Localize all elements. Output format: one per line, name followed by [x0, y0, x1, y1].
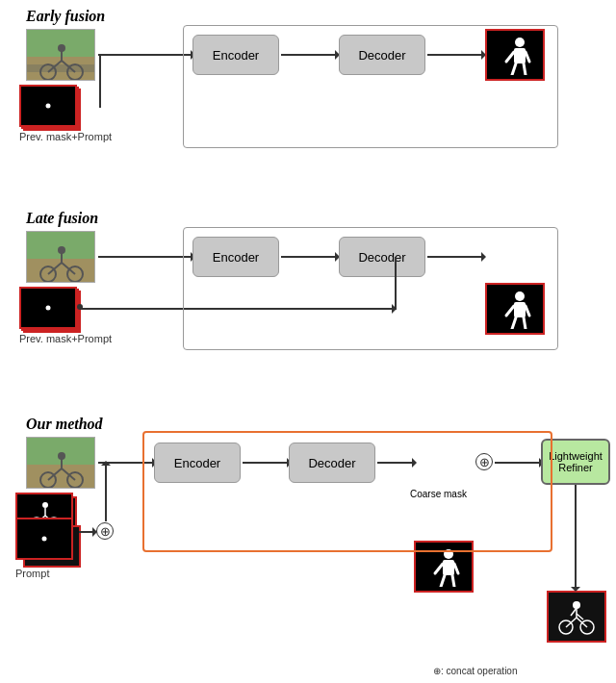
arrow-dec-coarse-our [377, 462, 416, 464]
late-fusion-title: Late fusion [26, 210, 98, 227]
svg-rect-26 [514, 302, 526, 317]
svg-point-10 [515, 38, 525, 47]
arrow-plus-refiner-our [495, 462, 543, 464]
plus-circle-concat-our: ⊕ [96, 522, 114, 540]
decoder-box-early: Decoder [339, 35, 425, 75]
arrow-dec-result-late [427, 256, 485, 258]
bike-image-our [26, 437, 95, 489]
prev-mask-label-early: Prev. mask+Prompt [19, 131, 112, 142]
fine-result-our [547, 591, 606, 643]
arrow-refiner-result-our [575, 485, 577, 591]
arrow-bike-encoder-early [98, 54, 194, 56]
svg-rect-2 [27, 64, 95, 72]
encoder-box-our: Encoder [154, 443, 241, 483]
arrow-prev-plus-our [79, 531, 96, 533]
svg-point-40 [444, 549, 453, 559]
dot-late [77, 304, 83, 310]
our-method-title: Our method [26, 416, 103, 433]
arrow-enc-dec-late [281, 256, 339, 258]
prev-mask-label-late: Prev. mask+Prompt [19, 333, 112, 344]
svg-line-45 [452, 575, 454, 587]
svg-point-23 [58, 246, 65, 254]
decoder-box-late: Decoder [339, 237, 425, 277]
encoder-box-late: Encoder [192, 237, 279, 277]
bike-image-late [26, 231, 95, 283]
svg-line-30 [524, 317, 526, 329]
svg-rect-41 [443, 560, 454, 575]
arrow-dec-result-early [427, 54, 485, 56]
svg-point-52 [42, 502, 48, 508]
svg-rect-11 [514, 48, 526, 63]
arrow-mask-up-early [99, 55, 101, 108]
early-fusion-title: Early fusion [26, 8, 105, 25]
svg-line-15 [524, 63, 526, 75]
arrow-concat-up-our [105, 462, 107, 521]
bike-image-early [26, 29, 95, 81]
svg-point-25 [515, 291, 525, 301]
result-image-late [485, 283, 545, 335]
arrow-mask-decoder-late-v [395, 257, 397, 310]
svg-point-8 [58, 44, 65, 52]
result-image-early [485, 29, 545, 81]
concat-note: ⊕: concat operation [433, 666, 518, 676]
refiner-box-our: LightweightRefiner [541, 439, 610, 485]
arrow-bike-encoder-late [98, 256, 194, 258]
arrow-enc-dec-early [281, 54, 339, 56]
encoder-box-early: Encoder [192, 35, 279, 75]
prompt-label-our: Prompt [15, 568, 49, 579]
coarse-mask-label: Coarse mask [410, 489, 467, 499]
arrow-mask-decoder-late-h [80, 308, 396, 310]
svg-point-59 [573, 601, 580, 609]
decoder-box-our: Decoder [289, 443, 375, 483]
plus-circle-our: ⊕ [475, 453, 493, 470]
arrow-enc-dec-our [243, 462, 291, 464]
svg-point-38 [58, 452, 65, 460]
coarse-mask-our [414, 541, 474, 593]
